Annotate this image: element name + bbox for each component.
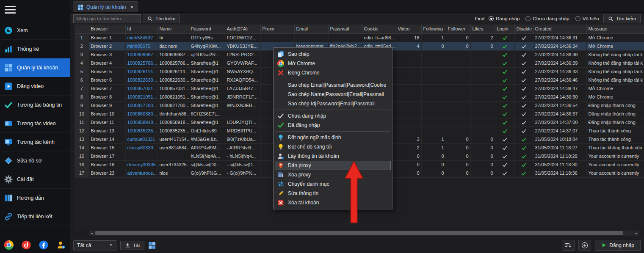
menu-item-copy-id-set[interactable]: Sao chép Id|Password|Email|Passmail — [275, 99, 391, 108]
column-header-name[interactable]: Name — [158, 25, 189, 33]
column-header-id[interactable]: Id — [125, 25, 158, 33]
cell-cookie: odin_tt=ad98... — [362, 33, 396, 42]
cell-message: Không thể đăng nhập tài k — [586, 67, 644, 76]
find-search-button[interactable]: Tìm kiếm — [603, 14, 641, 23]
tiktok-icon[interactable] — [22, 240, 31, 250]
cell-num: 8 — [75, 93, 89, 101]
hamburger-icon[interactable] — [4, 6, 16, 14]
cell-num: 2 — [75, 42, 89, 50]
sidebar-item-huong-dan[interactable]: Hướng dẫn — [0, 189, 70, 207]
upload-video-icon — [4, 82, 13, 91]
column-header-video[interactable]: Video — [396, 25, 421, 33]
sort-button[interactable] — [562, 240, 575, 251]
chrome-icon[interactable] — [4, 240, 14, 250]
blank-icon — [277, 82, 284, 88]
column-header-disable[interactable]: Disable — [514, 25, 533, 33]
cell-num: 7 — [75, 84, 89, 93]
menu-item-dat-ngon-ngu-mac-dinh[interactable]: Đặt ngôn ngữ mặc định — [275, 133, 391, 142]
column-header-login[interactable]: Login — [495, 25, 514, 33]
add-button[interactable] — [578, 240, 591, 251]
column-header-proxy[interactable]: Proxy — [260, 25, 294, 33]
column-header-follower[interactable]: Follower — [446, 25, 470, 33]
login-button[interactable]: Đăng nhập — [595, 240, 641, 251]
column-header-created[interactable]: Created — [533, 25, 586, 33]
menu-item-copy-email-set[interactable]: Sao chép Email|Passmail|Password|Cookie — [275, 80, 391, 90]
sidebar-item-thong-ke[interactable]: Thống kê — [0, 40, 70, 58]
sidebar-item-sua-ho-so[interactable]: Sửa hồ sơ — [0, 151, 70, 170]
check-green-icon — [502, 95, 507, 100]
cell-login — [495, 67, 514, 76]
find-search-button-label: Tìm kiếm — [616, 16, 636, 21]
facebook-icon[interactable] — [39, 240, 48, 250]
column-header-following[interactable]: Following — [421, 25, 446, 33]
category-select[interactable]: Tất cả ▼ — [73, 240, 116, 250]
cell-disable — [514, 42, 533, 50]
search-input[interactable] — [73, 14, 141, 23]
cell-auth: - G(o(/9hF%... — [225, 169, 260, 177]
horizontal-scrollbar[interactable]: ◄ ► — [89, 231, 639, 236]
menu-item-chuyen-danh-muc[interactable]: Chuyển danh mục — [275, 179, 391, 189]
blank-icon — [277, 91, 284, 98]
scroll-right-button[interactable]: ► — [634, 231, 639, 236]
column-header-message[interactable]: Message — [586, 25, 644, 33]
sidebar-item-cai-dat[interactable]: Cài đặt — [0, 170, 70, 189]
column-header-likes[interactable]: Likes — [470, 25, 495, 33]
menu-item-xoa-proxy[interactable]: Xóa proxy — [275, 170, 391, 179]
menu-item-copy-name-set[interactable]: Sao chép Name|Password|Email|Passmail — [275, 90, 391, 99]
tab-close-icon[interactable]: × — [130, 4, 133, 10]
check-gray-icon — [521, 103, 526, 108]
menu-item-mo-chrome[interactable]: Mở Chrome — [275, 59, 391, 68]
cell-follower — [446, 76, 470, 84]
sidebar-item-dang-video[interactable]: Đăng video — [0, 77, 70, 96]
grid-view-icon[interactable] — [148, 242, 156, 249]
sidebar-item-xem[interactable]: Xem — [0, 21, 70, 40]
menu-item-label: Sao chép Email|Passmail|Password|Cookie — [288, 82, 386, 88]
sidebar-item-quan-ly-tai-khoan[interactable]: Quản lý tài khoản — [0, 58, 70, 77]
scroll-left-button[interactable]: ◄ — [89, 231, 94, 236]
download-button[interactable]: Tải — [120, 241, 144, 250]
row-number-header[interactable] — [75, 25, 89, 33]
column-header-email[interactable]: Email — [294, 25, 328, 33]
cell-disable — [514, 126, 533, 135]
sidebar-item-tuong-tac-bang-tin[interactable]: Tương tác bảng tin — [0, 96, 70, 114]
sidebar-item-tiep-thi-lien-ket[interactable]: Tiếp thị liên kết — [0, 207, 70, 226]
table-row[interactable]: 1Browser 1minh534532hiOTFcy9BsFOCRWT2Z..… — [75, 33, 644, 42]
column-header-passmail[interactable]: Passmail — [328, 25, 362, 33]
cell-video — [396, 93, 421, 101]
menu-item-chua-dang-nhap[interactable]: Chưa đăng nhập — [275, 111, 391, 121]
column-header-auth[interactable]: Auth(2FA) — [225, 25, 260, 33]
menu-item-sao-chep[interactable]: Sao chép — [275, 50, 391, 59]
check-gray-icon — [502, 154, 507, 159]
menu-item-xoa-tai-khoan[interactable]: Xóa tài khoản — [275, 198, 391, 207]
cell-id: adventurous... — [125, 169, 158, 177]
cell-created: 31/05/2024 11:18:30 — [533, 160, 586, 169]
cell-browser: Browser 3 — [89, 50, 125, 59]
scrollbar-thumb[interactable] — [95, 231, 623, 235]
cell-disable — [514, 33, 533, 42]
radio-chua-dang-nhap[interactable]: Chưa đăng nhập — [525, 16, 569, 21]
cell-disable — [514, 118, 533, 126]
radio-dot — [525, 16, 531, 21]
sidebar-item-tuong-tac-video[interactable]: Tương tác video — [0, 114, 70, 133]
radio-vo-hieu[interactable]: Vô hiệu — [575, 16, 599, 21]
column-header-browser[interactable]: Browser — [89, 25, 125, 33]
menu-item-dan-proxy[interactable]: Dán proxy — [275, 161, 391, 170]
radio-dang-nhap[interactable]: Đăng nhập — [489, 16, 520, 21]
menu-item-sua-thong-tin[interactable]: Sửa thông tin — [275, 189, 391, 198]
cell-disable — [514, 50, 533, 59]
cell-auth: RXJAQPD54... — [225, 76, 260, 84]
cell-id: 1000825786... — [125, 59, 158, 67]
column-header-cookie[interactable]: Cookie — [362, 25, 396, 33]
menu-item-da-dang-nhap[interactable]: Đã đăng nhập — [275, 121, 391, 130]
cell-following: 1 — [421, 135, 446, 143]
tab-account-management[interactable]: Quản lý tài khoản × — [73, 1, 138, 12]
cell-likes — [470, 67, 495, 76]
cell-message: Your account is currently — [586, 152, 644, 160]
user-support-icon[interactable] — [56, 240, 66, 250]
menu-item-dat-che-do-sang-toi[interactable]: Đặt chế độ sáng tối — [275, 142, 391, 151]
menu-item-dong-chrome[interactable]: Đóng Chrome — [275, 68, 391, 77]
search-button[interactable]: Tìm kiếm — [143, 14, 180, 23]
sidebar-item-tuong-tac-kenh[interactable]: Tương tác kênh — [0, 133, 70, 151]
menu-item-lay-thong-tin-tai-khoan[interactable]: Lấy thông tin tài khoản — [275, 151, 391, 161]
column-header-password[interactable]: Password — [189, 25, 225, 33]
